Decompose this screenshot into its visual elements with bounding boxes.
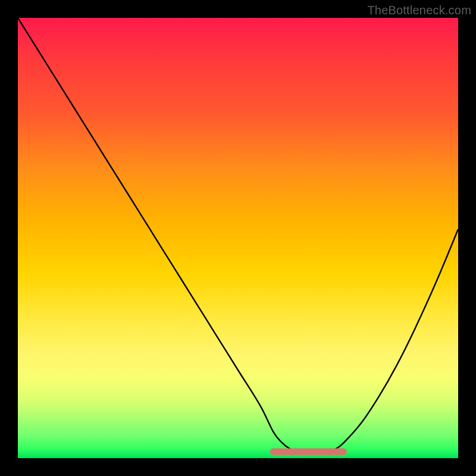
curve-path (18, 18, 458, 454)
chart-svg (18, 18, 458, 458)
watermark-text: TheBottleneck.com (367, 4, 471, 17)
plot-area (18, 18, 458, 458)
chart-container: TheBottleneck.com (0, 0, 476, 476)
